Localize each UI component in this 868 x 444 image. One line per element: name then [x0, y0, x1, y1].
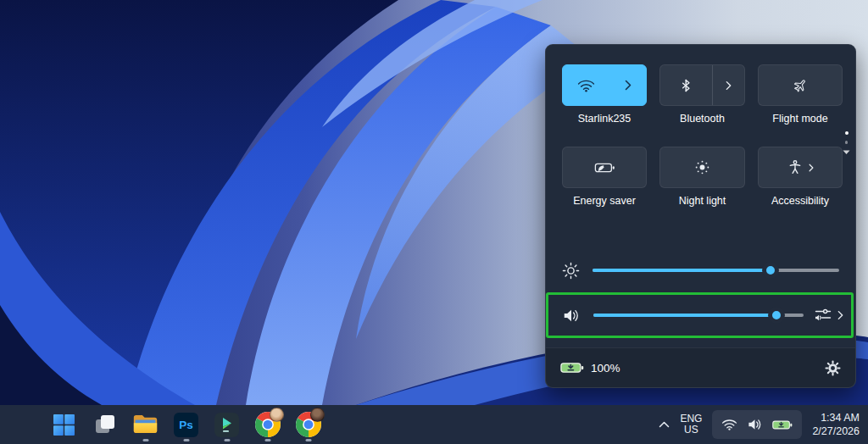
page-down-arrow-icon[interactable] — [843, 150, 850, 155]
chrome-profile-2-button[interactable] — [292, 407, 325, 442]
speaker-icon — [747, 418, 763, 431]
flight-mode-tile[interactable] — [758, 64, 843, 106]
audio-output-mixer-icon — [815, 308, 832, 323]
folder-icon — [132, 413, 159, 436]
select-sound-output-button[interactable] — [815, 308, 843, 323]
bluetooth-icon — [682, 79, 691, 92]
windows-start-icon — [53, 413, 75, 436]
battery-charging-icon — [772, 419, 793, 430]
filmora-play-icon — [214, 413, 239, 437]
volume-slider-thumb[interactable] — [768, 307, 785, 324]
language-line2: US — [680, 425, 702, 436]
night-light-tile-label: Night light — [679, 195, 726, 207]
running-indicator — [183, 439, 189, 441]
brightness-slider-fill — [593, 269, 771, 272]
time-label: 1:34 AM — [812, 411, 860, 425]
energy-saver-tile[interactable] — [562, 147, 647, 188]
brightness-slider-row — [562, 258, 839, 282]
running-indicator — [224, 439, 230, 441]
volume-slider-fill — [593, 314, 776, 317]
chevron-right-icon — [837, 310, 843, 320]
volume-slider-row — [562, 303, 843, 327]
profile-avatar — [270, 408, 284, 422]
battery-percent-label: 100% — [591, 362, 620, 375]
start-button[interactable] — [47, 407, 81, 442]
bluetooth-tile[interactable] — [659, 64, 745, 106]
brightness-slider[interactable] — [593, 269, 839, 272]
language-line1: ENG — [680, 413, 702, 425]
night-light-sun-icon — [694, 159, 710, 175]
speaker-icon — [562, 308, 581, 324]
photoshop-button[interactable]: Ps — [170, 407, 203, 442]
task-view-icon — [93, 413, 117, 436]
task-view-button[interactable] — [88, 407, 121, 442]
chevron-right-icon — [726, 80, 732, 91]
running-indicator — [305, 439, 311, 441]
chevron-right-icon — [809, 164, 814, 172]
date-label: 2/27/2026 — [812, 425, 860, 438]
chevron-right-icon — [625, 80, 632, 91]
night-light-tile[interactable] — [659, 147, 745, 188]
chrome-profile-1-button[interactable] — [251, 407, 284, 442]
wifi-tile[interactable] — [562, 64, 647, 106]
system-tray: ENG US — [659, 405, 860, 444]
accessibility-tile-label: Accessibility — [771, 195, 829, 207]
wifi-icon — [721, 419, 737, 430]
brightness-sun-icon — [562, 262, 580, 280]
airplane-icon — [792, 77, 809, 94]
taskbar-pinned-icons: Ps — [47, 405, 325, 444]
page-dot — [845, 141, 849, 144]
battery-leaf-icon — [594, 161, 615, 175]
windows-desktop: Starlink235 Bluetooth — [0, 0, 868, 444]
quick-settings-panel: Starlink235 Bluetooth — [545, 44, 856, 388]
bluetooth-expand[interactable] — [713, 65, 744, 105]
wifi-icon — [577, 79, 595, 92]
clock[interactable]: 1:34 AM 2/27/2026 — [812, 411, 860, 438]
photoshop-ps-icon: Ps — [174, 413, 198, 437]
accessibility-person-icon — [787, 159, 803, 175]
wifi-tile-label: Starlink235 — [578, 113, 632, 125]
volume-slider[interactable] — [593, 314, 804, 317]
quick-settings-tiles: Starlink235 Bluetooth — [562, 64, 843, 207]
quick-settings-tray-button[interactable] — [712, 410, 802, 439]
flight-mode-tile-label: Flight mode — [772, 113, 827, 125]
quick-settings-footer: 100% — [546, 347, 855, 387]
running-indicator — [264, 439, 270, 441]
tray-overflow-button[interactable] — [659, 421, 670, 428]
filmora-button[interactable] — [210, 407, 243, 442]
bluetooth-toggle[interactable] — [660, 65, 712, 105]
accessibility-tile[interactable] — [758, 147, 843, 188]
chevron-up-icon — [659, 421, 670, 428]
taskbar: Ps — [0, 405, 868, 444]
battery-charging-icon — [560, 361, 584, 375]
page-dot-current — [845, 131, 849, 135]
running-indicator — [142, 439, 148, 441]
brightness-slider-thumb[interactable] — [762, 262, 779, 279]
battery-status[interactable]: 100% — [560, 361, 620, 375]
gear-icon[interactable] — [825, 360, 841, 376]
profile-avatar — [310, 408, 325, 422]
energy-saver-tile-label: Energy saver — [573, 195, 636, 207]
page-indicator — [843, 131, 850, 155]
bluetooth-tile-label: Bluetooth — [680, 113, 725, 125]
file-explorer-button[interactable] — [129, 407, 162, 442]
language-indicator[interactable]: ENG US — [680, 413, 702, 436]
